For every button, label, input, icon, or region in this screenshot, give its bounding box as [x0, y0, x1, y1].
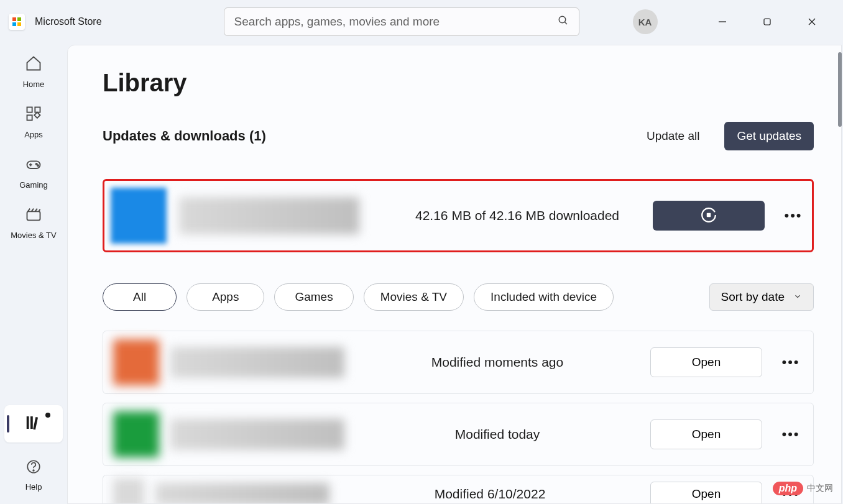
svg-point-12: [36, 163, 37, 165]
more-options-button[interactable]: •••: [778, 350, 803, 375]
sort-label: Sort by date: [721, 290, 785, 304]
svg-line-1: [564, 22, 567, 24]
library-icon: [24, 413, 43, 434]
app-name-redacted: [170, 419, 344, 450]
search-input[interactable]: [234, 15, 558, 29]
user-avatar[interactable]: KA: [633, 9, 658, 34]
titlebar: Microsoft Store KA: [0, 0, 843, 44]
svg-rect-15: [27, 416, 29, 429]
ellipsis-icon: •••: [781, 354, 799, 370]
list-item: Modified moments ago Open •••: [103, 331, 814, 394]
modified-text: Modified 6/10/2022: [329, 487, 650, 502]
app-name-redacted: [170, 347, 344, 378]
maximize-button[interactable]: [753, 11, 781, 33]
get-updates-button[interactable]: Get updates: [724, 122, 814, 150]
sort-dropdown[interactable]: Sort by date: [709, 283, 814, 311]
filter-movies-tv[interactable]: Movies & TV: [364, 283, 464, 311]
apps-icon: [25, 105, 42, 125]
sidebar-item-label: Home: [23, 80, 45, 89]
svg-rect-7: [35, 108, 40, 112]
window-controls: [709, 11, 834, 33]
svg-point-13: [37, 165, 39, 166]
sidebar-item-label: Movies & TV: [11, 231, 56, 240]
search-box[interactable]: [224, 7, 579, 36]
home-icon: [25, 55, 42, 75]
sidebar-item-help[interactable]: Help: [25, 459, 42, 492]
stop-icon: [701, 207, 717, 225]
sidebar: Home Apps Gaming Movies & TV Help: [0, 44, 67, 504]
list-item: Modified 6/10/2022 Open •••: [103, 475, 814, 504]
more-options-button[interactable]: •••: [781, 203, 806, 228]
app-thumbnail: [113, 411, 159, 457]
close-button[interactable]: [798, 11, 826, 33]
download-card: 42.16 MB of 42.16 MB downloaded •••: [103, 179, 814, 252]
section-header: Updates & downloads (1) Update all Get u…: [103, 122, 814, 150]
scrollbar[interactable]: [838, 52, 842, 127]
main-content: Library Updates & downloads (1) Update a…: [67, 45, 842, 504]
app-name-redacted: [155, 483, 329, 505]
svg-rect-6: [27, 108, 32, 112]
gaming-icon: [25, 155, 42, 175]
app-thumbnail: [113, 479, 144, 505]
stop-download-button[interactable]: [653, 201, 765, 231]
svg-rect-16: [30, 416, 33, 429]
watermark-badge: php: [773, 482, 803, 495]
app-title: Microsoft Store: [35, 16, 102, 27]
sidebar-item-label: Apps: [24, 130, 43, 139]
app-thumbnail: [113, 339, 159, 385]
sidebar-item-home[interactable]: Home: [23, 55, 45, 89]
filter-apps[interactable]: Apps: [187, 283, 264, 311]
svg-point-19: [33, 470, 34, 471]
notification-badge-icon: [45, 413, 50, 418]
filter-games[interactable]: Games: [274, 283, 353, 311]
download-status: 42.16 MB of 42.16 MB downloaded: [415, 207, 653, 224]
svg-point-0: [559, 16, 566, 23]
filter-row: All Apps Games Movies & TV Included with…: [103, 283, 814, 311]
chevron-down-icon: [793, 290, 802, 304]
svg-rect-14: [27, 211, 40, 220]
sidebar-item-library[interactable]: [4, 405, 63, 442]
sidebar-item-movies-tv[interactable]: Movies & TV: [11, 206, 56, 240]
open-button[interactable]: Open: [650, 419, 762, 449]
apps-list: Modified moments ago Open ••• Modified t…: [103, 331, 814, 504]
movies-icon: [25, 206, 42, 226]
sidebar-item-apps[interactable]: Apps: [24, 105, 43, 139]
app-name-redacted: [179, 197, 359, 234]
svg-rect-8: [27, 115, 32, 120]
store-logo-icon: [9, 14, 25, 30]
watermark-text: 中文网: [807, 483, 833, 494]
filter-included[interactable]: Included with device: [474, 283, 614, 311]
open-button[interactable]: Open: [650, 482, 762, 505]
sidebar-item-gaming[interactable]: Gaming: [19, 155, 48, 190]
modified-text: Modified moments ago: [344, 355, 650, 370]
ellipsis-icon: •••: [784, 208, 802, 224]
svg-rect-21: [707, 213, 711, 217]
update-all-button[interactable]: Update all: [637, 123, 710, 149]
filter-all[interactable]: All: [103, 283, 177, 311]
search-icon[interactable]: [558, 15, 569, 29]
sidebar-item-label: Help: [25, 482, 42, 492]
app-thumbnail: [111, 188, 167, 244]
section-title: Updates & downloads (1): [103, 128, 266, 144]
page-title: Library: [103, 69, 814, 97]
svg-rect-3: [764, 19, 770, 25]
watermark: php 中文网: [773, 482, 833, 495]
sidebar-item-label: Gaming: [19, 180, 48, 190]
ellipsis-icon: •••: [781, 426, 799, 442]
modified-text: Modified today: [344, 427, 650, 442]
minimize-button[interactable]: [709, 11, 736, 33]
svg-rect-17: [33, 417, 38, 429]
list-item: Modified today Open •••: [103, 403, 814, 466]
help-icon: [25, 459, 42, 477]
open-button[interactable]: Open: [650, 347, 762, 377]
more-options-button[interactable]: •••: [778, 422, 803, 447]
